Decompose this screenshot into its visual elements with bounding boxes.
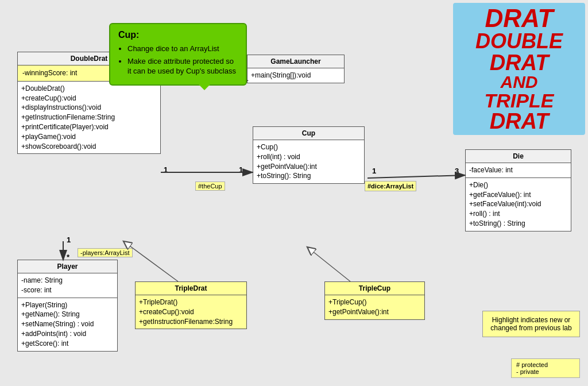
class-cup: Cup +Cup() +roll(int) : void +getPointVa… [253,126,365,184]
callout-box: Cup: Change dice to an ArrayList Make di… [109,23,247,86]
protected-text: # protected- private [516,361,548,375]
players-label: -players:ArrayList [78,248,133,257]
logo-triple: TRIPLE [475,91,563,110]
svg-line-8 [307,247,350,281]
die-methods: +Die() +getFaceValue(): int +setFaceValu… [466,178,571,231]
die-header: Die [466,150,571,163]
winning-score-attr: -winningScore: int [21,68,78,79]
class-die: Die -faceValue: int +Die() +getFaceValue… [465,149,571,231]
tripledrat-methods: +TripleDrat() +createCup():void +getInst… [136,295,246,329]
callout-item-1: Change dice to an ArrayList [127,44,238,54]
logo-drat3: DRAT [475,110,563,132]
mult-dd-cup-2: 1 [239,165,243,174]
player-methods: +Player(String) +getName(): String +setN… [18,298,117,351]
callout-item-2: Make dice attribute protected so it can … [127,56,238,76]
gamelauncher-header: GameLauncher [247,55,344,68]
diagram-area: Cup: Change dice to an ArrayList Make di… [0,0,588,386]
doubledrat-methods: +DoubleDrat() +createCup():void +display… [18,82,160,154]
cup-header: Cup [253,127,364,140]
logo-drat1: DRAT [475,6,563,31]
class-tripledrat: TripleDrat +TripleDrat() +createCup():vo… [135,281,247,329]
cup-methods: +Cup() +roll(int) : void +getPointValue(… [253,140,364,183]
svg-line-5 [368,175,465,178]
gamelauncher-methods: +main(String[]):void [247,68,344,83]
mult-dd-player-1: 1 [67,236,71,244]
thecup-label: #theCup [195,182,225,191]
svg-line-7 [123,241,178,281]
tripledrat-header: TripleDrat [136,282,246,295]
logo-double: DOUBLE [475,31,563,52]
mult-dd-cup-1: 1 [164,165,168,174]
mult-cup-die-1: 1 [372,167,376,175]
class-gamelauncher: GameLauncher +main(String[]):void [247,55,345,83]
class-triplecup: TripleCup +TripleCup() +getPointValue():… [324,281,425,320]
die-attrs: -faceValue: int [466,163,571,178]
player-attrs: -name: String -score: int [18,273,117,298]
logo-text: DRAT DOUBLE DRAT AND TRIPLE DRAT [475,6,563,132]
mult-cup-die-2: 3 [455,167,459,175]
dice-label: #dice:ArrayList [365,181,416,191]
player-header: Player [18,260,117,273]
logo-drat2: DRAT [475,52,563,74]
callout-list: Change dice to an ArrayList Make dice at… [127,44,238,76]
class-player: Player -name: String -score: int +Player… [17,260,118,352]
triplecup-methods: +TripleCup() +getPointValue():int [325,295,424,319]
callout-title: Cup: [118,30,238,40]
logo-and: AND [475,74,563,91]
legend-box: Highlight indicates new or changed from … [482,311,580,337]
protected-note: # protected- private [511,358,580,378]
logo-area: DRAT DOUBLE DRAT AND TRIPLE DRAT [453,3,585,135]
triplecup-header: TripleCup [325,282,424,295]
